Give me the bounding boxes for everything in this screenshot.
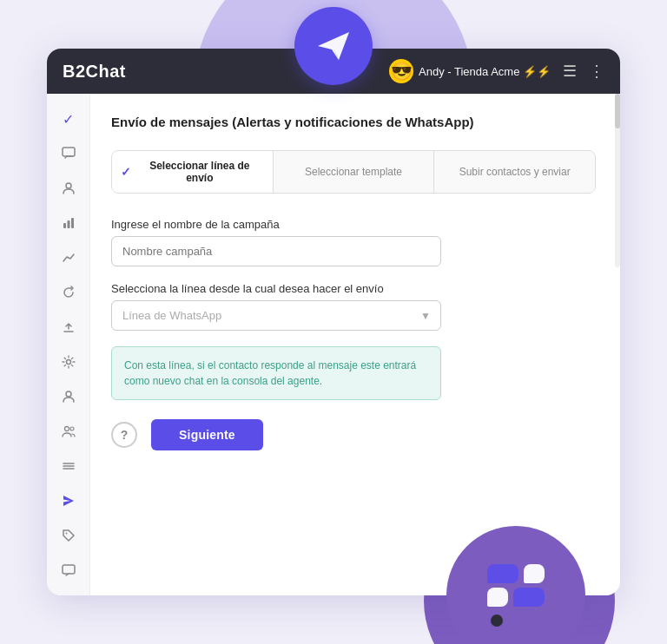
- plane-circle-icon: [294, 7, 373, 85]
- sidebar-icon-user[interactable]: [54, 174, 83, 203]
- step-3-label: Subir contactos y enviar: [459, 166, 571, 178]
- help-label: ?: [121, 428, 129, 442]
- bubble-row-1: [487, 564, 545, 583]
- sidebar-icon-chart[interactable]: [54, 208, 83, 238]
- svg-rect-2: [63, 223, 66, 228]
- sidebar-icon-tag[interactable]: [54, 521, 83, 550]
- svg-rect-4: [71, 218, 74, 228]
- sidebar-icon-check[interactable]: ✓: [54, 104, 83, 134]
- line-select-label: Selecciona la línea desde la cual desea …: [111, 282, 596, 295]
- chat-bubbles-icon: [487, 564, 545, 627]
- main-window: B2Chat 😎 Andy - Tienda Acme ⚡⚡ ☰ ⋮ ✓: [47, 49, 620, 595]
- page-title: Envío de mensajes (Alertas y notificacio…: [111, 115, 596, 129]
- bubble-row-2: [487, 588, 545, 607]
- bubble-purple-2: [513, 588, 545, 607]
- sidebar-icon-send[interactable]: [54, 486, 83, 516]
- sidebar-icon-profile[interactable]: [54, 382, 83, 411]
- stepper: ✓ Seleccionar línea de envío Seleccionar…: [111, 150, 596, 194]
- sidebar-icon-menu[interactable]: [54, 451, 83, 481]
- main-content: Envío de mensajes (Alertas y notificacio…: [90, 94, 620, 595]
- sidebar-icon-bar-chart[interactable]: [54, 243, 83, 273]
- scrollbar-thumb: [615, 94, 620, 128]
- bubble-dot: [491, 614, 503, 627]
- campaign-name-group: Ingrese el nombre de la campaña: [111, 218, 596, 266]
- info-box: Con esta línea, si el contacto responde …: [111, 346, 441, 400]
- bubble-white-1: [524, 564, 545, 583]
- content-area: ✓: [47, 94, 620, 595]
- action-row: ? Siguiente: [111, 419, 596, 450]
- avatar: 😎: [389, 59, 413, 83]
- line-select[interactable]: Línea de WhatsApp: [111, 300, 441, 331]
- line-select-wrapper: Línea de WhatsApp ▼: [111, 300, 441, 331]
- user-label: Andy - Tienda Acme ⚡⚡: [419, 65, 551, 78]
- campaign-name-label: Ingrese el nombre de la campaña: [111, 218, 596, 231]
- sidebar-icon-settings[interactable]: [54, 347, 83, 377]
- step-tab-1[interactable]: ✓ Seleccionar línea de envío: [112, 151, 274, 193]
- campaign-name-input[interactable]: [111, 236, 441, 266]
- svg-rect-13: [63, 565, 75, 574]
- step-tab-3[interactable]: Subir contactos y enviar: [434, 151, 595, 193]
- svg-point-7: [64, 427, 69, 431]
- sidebar-icon-chat[interactable]: [54, 139, 83, 168]
- svg-rect-0: [63, 148, 75, 156]
- help-button[interactable]: ?: [111, 422, 137, 448]
- step-1-label: Seleccionar línea de envío: [135, 160, 264, 184]
- sidebar-icon-refresh[interactable]: [54, 278, 83, 307]
- next-button[interactable]: Siguiente: [151, 419, 263, 450]
- svg-point-1: [66, 183, 71, 188]
- step-tab-2[interactable]: Seleccionar template: [274, 151, 435, 193]
- brand-logo: B2Chat: [63, 62, 126, 82]
- step-2-label: Seleccionar template: [305, 166, 402, 178]
- sidebar-icon-upload[interactable]: [54, 312, 83, 342]
- sidebar-icon-team[interactable]: [54, 417, 83, 446]
- bubble-white-2: [487, 588, 508, 607]
- sidebar: ✓: [47, 94, 90, 595]
- svg-point-6: [66, 391, 71, 397]
- info-text: Con esta línea, si el contacto responde …: [124, 359, 416, 387]
- sidebar-icon-message[interactable]: [54, 555, 83, 585]
- line-select-group: Selecciona la línea desde la cual desea …: [111, 282, 596, 331]
- more-options-icon[interactable]: ⋮: [589, 62, 604, 81]
- navbar-user: 😎 Andy - Tienda Acme ⚡⚡: [389, 59, 551, 83]
- svg-rect-3: [67, 220, 69, 228]
- scrollbar[interactable]: [615, 94, 620, 267]
- svg-point-5: [66, 360, 70, 365]
- bubble-purple-1: [487, 564, 518, 583]
- step-check-icon: ✓: [121, 165, 131, 179]
- chat-nav-icon[interactable]: ☰: [563, 62, 577, 81]
- svg-point-8: [70, 427, 74, 430]
- svg-point-12: [65, 533, 67, 535]
- navbar-left: B2Chat: [63, 62, 126, 82]
- navbar-right: 😎 Andy - Tienda Acme ⚡⚡ ☰ ⋮: [389, 59, 604, 83]
